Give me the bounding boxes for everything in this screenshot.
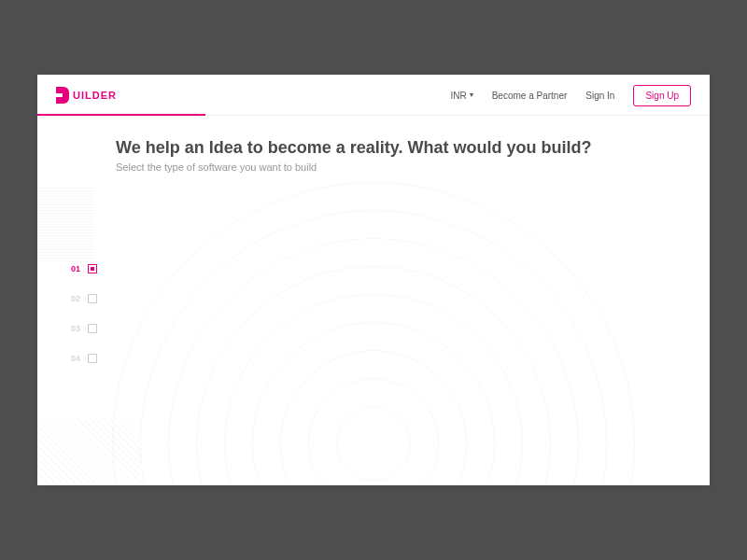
step-box-icon xyxy=(88,294,97,303)
step-1[interactable]: 01 xyxy=(67,264,97,273)
step-number: 04 xyxy=(67,354,80,363)
logo-mark-icon xyxy=(56,87,69,104)
header: UILDER INR ▾ Become a Partner Sign In Si… xyxy=(37,75,710,116)
step-number: 03 xyxy=(67,324,80,333)
page-title: We help an Idea to become a reality. Wha… xyxy=(116,138,710,158)
become-partner-link[interactable]: Become a Partner xyxy=(492,91,568,101)
page-subtitle: Select the type of software you want to … xyxy=(116,161,710,173)
chevron-down-icon: ▾ xyxy=(470,91,473,99)
app-window: UILDER INR ▾ Become a Partner Sign In Si… xyxy=(37,75,710,485)
step-box-icon xyxy=(88,354,97,363)
decorative-lines xyxy=(37,187,93,261)
currency-selector[interactable]: INR ▾ xyxy=(450,91,472,101)
headline-block: We help an Idea to become a reality. Wha… xyxy=(37,116,710,173)
sign-in-link[interactable]: Sign In xyxy=(585,91,614,101)
step-rail: 01 02 03 04 xyxy=(67,264,97,363)
step-number: 02 xyxy=(67,294,80,303)
logo-text: UILDER xyxy=(73,90,117,101)
step-box-icon xyxy=(88,324,97,333)
sign-up-button[interactable]: Sign Up xyxy=(633,85,691,106)
step-2[interactable]: 02 xyxy=(67,294,97,303)
decorative-lines xyxy=(37,420,140,485)
step-3[interactable]: 03 xyxy=(67,324,97,333)
step-number: 01 xyxy=(67,264,80,273)
currency-label: INR xyxy=(450,91,466,101)
decorative-rings xyxy=(93,163,654,485)
step-4[interactable]: 04 xyxy=(67,354,97,363)
logo[interactable]: UILDER xyxy=(56,87,117,104)
step-box-icon xyxy=(88,264,97,273)
header-nav: INR ▾ Become a Partner Sign In Sign Up xyxy=(450,85,691,106)
progress-indicator xyxy=(37,114,205,116)
